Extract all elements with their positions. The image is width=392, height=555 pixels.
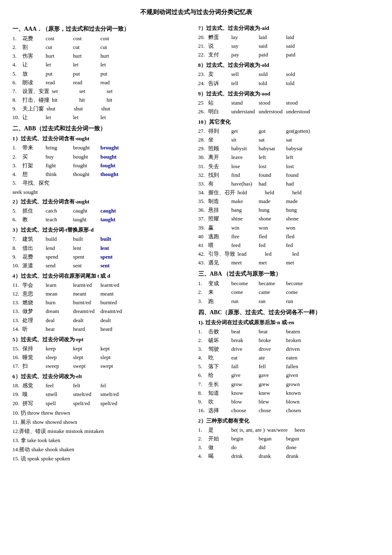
sub4-header: 4）过去式、过去分词在原形词尾加 t 或 d (12, 272, 194, 280)
entry-num: 37. (198, 215, 206, 223)
entry-num: 2. (198, 435, 206, 443)
entry-w3: brought (100, 144, 125, 152)
sub2-header: 2）过去式、过去分词含有-aught (12, 198, 194, 205)
entry-w3: kept (100, 345, 125, 353)
entry-zh: 学会 (22, 281, 43, 289)
list-item: 3.打架fightfoughtfought (12, 161, 194, 170)
entry-num: 20. (198, 33, 206, 42)
rsub12-items: 1.是be( is, am, are )was/werebeen2.开始begi… (198, 426, 380, 461)
entry-num: 3. (198, 443, 206, 452)
entry-num: 1. (12, 34, 20, 43)
entry-zh: 坐 (208, 136, 229, 144)
entry-zh: 照耀 (208, 215, 229, 223)
entry-num: 43. (198, 259, 206, 267)
list-item: 12.意思meanmeantmeant (12, 290, 194, 298)
entry-w3: dealt (100, 316, 125, 325)
entry-w3: chosen (286, 406, 311, 415)
entry-w1: understand (231, 108, 256, 116)
entry-w2: caught (73, 207, 98, 215)
entry-w3: given (286, 371, 311, 379)
entry-zh: 驾驶 (208, 345, 229, 353)
entry-w1: drive (231, 345, 256, 353)
entry-w3: caught (100, 207, 125, 215)
entry-w1: tell (231, 79, 256, 88)
entry-zh: 带来 (22, 144, 43, 152)
entry-w1: mean (46, 290, 71, 298)
list-item: 25站standstoodstood (198, 99, 380, 107)
entry-w1: feel (46, 381, 71, 390)
entry-w2: blew (259, 398, 284, 406)
entry-num: 32. (198, 171, 206, 179)
entry-w3: known (286, 389, 311, 397)
entry-num: 7. (12, 87, 20, 95)
seek-line: seek sought (12, 189, 194, 196)
entry-w2: put (73, 70, 98, 78)
entry-w2: stood (259, 99, 284, 107)
list-item: 5.寻找、探究 (12, 179, 194, 187)
entry-w3: begun (286, 435, 311, 443)
entry-w3: grown (286, 380, 311, 389)
sub3-items: 7.建筑buildbuiltbuilt8.借出lendlentlent9.花费s… (12, 235, 194, 270)
entry-w3: lent (100, 244, 125, 252)
entry-w3: paid (286, 51, 311, 59)
entry-w2: burnt/ed (73, 298, 98, 307)
entry-w2: won (259, 224, 284, 232)
entry-zh: 意思 (22, 290, 43, 298)
rsub9-header: 9）过去式、过去分词改为-ood (198, 90, 380, 98)
entry-w2: came (259, 288, 284, 296)
entry-zh: 找到 (208, 171, 229, 179)
entry-w1: bring (46, 144, 71, 152)
entry-w2: fed (259, 241, 284, 249)
entry-w3: smelt/ed (100, 390, 125, 399)
entry-w1: lead (238, 250, 263, 258)
entry-num: 2. (12, 43, 20, 51)
entry-w3: sent (100, 262, 125, 270)
entry-num: 16. (198, 406, 206, 415)
entry-num: 16. (12, 353, 20, 362)
entry-zh: 孵蛋 (208, 33, 229, 42)
entry-zh: 建筑 (22, 235, 43, 243)
list-item: 13.做梦dreamdreamt/eddreamt/ed (12, 307, 194, 315)
rsub11-items: 1.击败beatbeatbeaten2.破坏breakbrokebroken3.… (198, 328, 380, 415)
page-title: 不规则动词过去式与过去分词分类记忆表 (12, 8, 380, 16)
entry-w1: build (46, 235, 71, 243)
entry-zh: 来 (208, 288, 229, 296)
entry-num: 8. (198, 389, 206, 397)
entry-w1: meet (231, 259, 256, 267)
entry-w1: hang (231, 206, 256, 214)
entry-w3: babysat (286, 144, 311, 153)
list-item: 7.建筑buildbuiltbuilt (12, 235, 194, 243)
entry-num: 18. (12, 381, 20, 390)
entry-zh: 让 (22, 113, 43, 122)
entry-w2: kept (73, 345, 98, 353)
entry-num: 4. (12, 170, 20, 178)
entry-num: 30. (198, 153, 206, 161)
entry-w1: pay (231, 51, 256, 59)
entry-zh: 知道 (208, 389, 229, 397)
sub7c-line: 12.弄错、错误 mistake mistook mistaken (12, 428, 194, 435)
entry-zh: 遇见 (208, 259, 229, 267)
entry-w2: heard (73, 325, 98, 333)
entry-num: 6. (12, 215, 20, 224)
entry-zh: 明白 (208, 108, 229, 116)
entry-w1: sweep (46, 362, 71, 370)
entry-w2: said (259, 42, 284, 50)
list-item: 4.吃eatateeaten (198, 354, 380, 362)
entry-w1: find (231, 171, 256, 179)
entry-num: 2. (12, 153, 20, 161)
entry-w2: meant (73, 290, 98, 298)
entry-w3: led (292, 250, 317, 258)
list-item: 10.派遣sendsentsent (12, 262, 194, 270)
entry-w1: make (231, 197, 256, 205)
entry-w3: dreamt/ed (100, 307, 125, 315)
list-item: 22.支付paypaidpaid (198, 51, 380, 59)
entry-num: 10. (12, 262, 20, 270)
entry-w1: smell (46, 390, 71, 399)
entry-w3: eaten (286, 354, 311, 362)
entry-num: 29. (198, 144, 206, 153)
entry-w2: drank (259, 452, 284, 460)
entry-num: 40 (198, 232, 206, 241)
entry-num: 11. (12, 281, 20, 289)
list-item: 34.握住、召开holdheldheld (198, 188, 380, 197)
entry-num: 6. (198, 371, 206, 379)
